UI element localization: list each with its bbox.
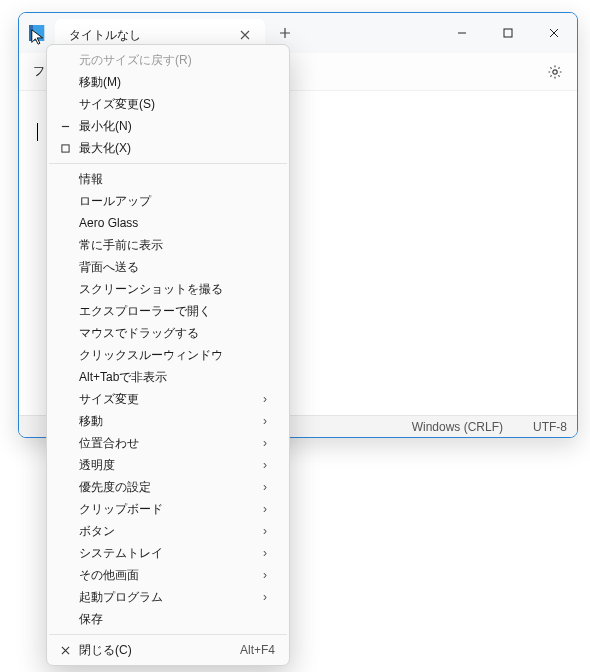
- status-encoding: UTF-8: [533, 420, 567, 434]
- svg-rect-2: [61, 144, 68, 151]
- menu-accel: Alt+F4: [240, 643, 275, 657]
- menu-item-size[interactable]: サイズ変更(S): [47, 93, 289, 115]
- status-line-endings: Windows (CRLF): [412, 420, 503, 434]
- menu-item-buttons[interactable]: ボタン ›: [47, 520, 289, 542]
- menu-separator: [49, 163, 287, 164]
- chevron-right-icon: ›: [263, 568, 275, 582]
- close-button[interactable]: [531, 13, 577, 53]
- menu-item-info[interactable]: 情報: [47, 168, 289, 190]
- menu-item-move[interactable]: 移動(M): [47, 71, 289, 93]
- maximize-button[interactable]: [485, 13, 531, 53]
- menu-item-save[interactable]: 保存: [47, 608, 289, 630]
- system-menu: 元のサイズに戻す(R) 移動(M) サイズ変更(S) 最小化(N) 最大化(X)…: [46, 44, 290, 666]
- chevron-right-icon: ›: [263, 436, 275, 450]
- menu-item-minimize[interactable]: 最小化(N): [47, 115, 289, 137]
- menu-item-aero[interactable]: Aero Glass: [47, 212, 289, 234]
- minimize-icon: [51, 122, 79, 131]
- menu-item-priority[interactable]: 優先度の設定 ›: [47, 476, 289, 498]
- chevron-right-icon: ›: [263, 502, 275, 516]
- window-controls: [439, 13, 577, 53]
- chevron-right-icon: ›: [263, 458, 275, 472]
- menu-item-startup[interactable]: 起動プログラム ›: [47, 586, 289, 608]
- menu-item-clipboard[interactable]: クリップボード ›: [47, 498, 289, 520]
- menu-item-rollup[interactable]: ロールアップ: [47, 190, 289, 212]
- menu-item-align[interactable]: 位置合わせ ›: [47, 432, 289, 454]
- chevron-right-icon: ›: [263, 546, 275, 560]
- menu-item-systray[interactable]: システムトレイ ›: [47, 542, 289, 564]
- menu-item-restore: 元のサイズに戻す(R): [47, 49, 289, 71]
- menu-item-close[interactable]: 閉じる(C) Alt+F4: [47, 639, 289, 661]
- tab-title: タイトルなし: [69, 27, 235, 44]
- menu-item-otherscreen[interactable]: その他画面 ›: [47, 564, 289, 586]
- chevron-right-icon: ›: [263, 392, 275, 406]
- chevron-right-icon: ›: [263, 414, 275, 428]
- menu-item-resize-sub[interactable]: サイズ変更 ›: [47, 388, 289, 410]
- menu-item-clickthrough[interactable]: クリックスルーウィンドウ: [47, 344, 289, 366]
- menu-separator: [49, 634, 287, 635]
- menu-item-alttab[interactable]: Alt+Tabで非表示: [47, 366, 289, 388]
- notepad-icon: [29, 25, 45, 41]
- menu-item-dragmouse[interactable]: マウスでドラッグする: [47, 322, 289, 344]
- chevron-right-icon: ›: [263, 590, 275, 604]
- menu-item-move-sub[interactable]: 移動 ›: [47, 410, 289, 432]
- chevron-right-icon: ›: [263, 524, 275, 538]
- minimize-button[interactable]: [439, 13, 485, 53]
- menu-item-ontop[interactable]: 常に手前に表示: [47, 234, 289, 256]
- settings-button[interactable]: [541, 58, 569, 86]
- maximize-icon: [51, 144, 79, 153]
- text-caret: [37, 123, 38, 141]
- chevron-right-icon: ›: [263, 480, 275, 494]
- menu-item-transparency[interactable]: 透明度 ›: [47, 454, 289, 476]
- menu-file-label: フ: [33, 63, 45, 80]
- tab-close-button[interactable]: [235, 25, 255, 45]
- svg-point-1: [553, 69, 557, 73]
- gear-icon: [547, 64, 563, 80]
- menu-item-sendback[interactable]: 背面へ送る: [47, 256, 289, 278]
- close-icon: [51, 646, 79, 655]
- svg-rect-0: [504, 29, 512, 37]
- menu-item-maximize[interactable]: 最大化(X): [47, 137, 289, 159]
- menu-item-explorer[interactable]: エクスプローラーで開く: [47, 300, 289, 322]
- menu-item-screenshot[interactable]: スクリーンショットを撮る: [47, 278, 289, 300]
